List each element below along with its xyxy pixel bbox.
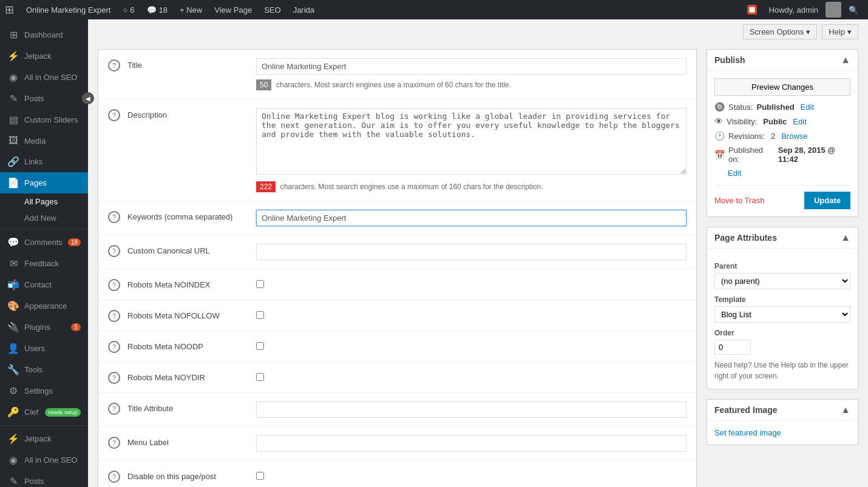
comments-icon: 💬 xyxy=(7,237,19,248)
order-input[interactable] xyxy=(714,340,751,355)
sidebar-item-contact[interactable]: 📬 Contact xyxy=(0,274,88,295)
aioseo-icon: ◉ xyxy=(7,72,19,83)
sidebar-item-clef[interactable]: 🔑 Clef needs setup xyxy=(0,401,88,423)
sidebar-collapse-button[interactable]: ◀ xyxy=(82,92,94,104)
title-input[interactable] xyxy=(256,58,687,75)
sidebar-submenu-all-pages[interactable]: All Pages xyxy=(0,193,88,210)
sidebar-item-tools[interactable]: 🔧 Tools xyxy=(0,359,88,380)
update-button[interactable]: Update xyxy=(804,192,850,209)
menu-separator-2 xyxy=(0,425,88,426)
publish-metabox-header[interactable]: Publish ▲ xyxy=(707,50,858,71)
users-icon: 👤 xyxy=(7,343,19,354)
sidebar-item-plugins[interactable]: 🔌 Plugins 5 xyxy=(0,317,88,338)
revisions-browse-link[interactable]: Browse xyxy=(781,132,807,141)
notification-icon[interactable] xyxy=(747,5,757,15)
description-help-icon[interactable]: ? xyxy=(108,109,120,121)
comment-count[interactable]: 💬 18 xyxy=(142,0,172,19)
sidebar-item-posts[interactable]: ✎ Posts xyxy=(0,88,88,109)
sidebar-item-links[interactable]: 🔗 Links xyxy=(0,151,88,172)
canonical-row: ? Custom Canonical URL xyxy=(98,235,696,269)
settings-icon: ⚙ xyxy=(7,385,19,397)
published-label: Published on: xyxy=(728,146,772,164)
nofollow-row: ? Robots Meta NOFOLLOW xyxy=(98,300,696,331)
disable-checkbox[interactable] xyxy=(256,472,264,480)
description-textarea[interactable]: Online Marketing Expert blog is working … xyxy=(256,108,687,175)
disable-help-icon[interactable]: ? xyxy=(108,471,120,483)
description-row: ? Description Online Marketing Expert bl… xyxy=(98,99,696,201)
status-edit-link[interactable]: Edit xyxy=(801,102,814,112)
canonical-input[interactable] xyxy=(256,244,687,260)
sidebar-item-media[interactable]: 🖼 Media xyxy=(0,130,88,151)
wp-logo-icon[interactable]: ⊞ xyxy=(5,3,14,16)
menu-label-input[interactable] xyxy=(256,435,687,452)
links-icon: 🔗 xyxy=(7,156,19,167)
title-char-hint: characters. Most search engines use a ma… xyxy=(276,81,511,89)
sidebar-item-comments[interactable]: 💬 Comments 18 xyxy=(0,232,88,253)
move-to-trash-link[interactable]: Move to Trash xyxy=(714,196,764,205)
sidebar-item-jetpack2[interactable]: ⚡ Jetpack xyxy=(0,428,88,449)
noydir-checkbox[interactable] xyxy=(256,373,264,381)
featured-image-header[interactable]: Featured Image ▲ xyxy=(707,400,858,421)
posts2-icon: ✎ xyxy=(7,475,19,487)
screen-options-button[interactable]: Screen Options ▾ xyxy=(743,24,818,39)
featured-image-body: Set featured image xyxy=(707,421,858,445)
nofollow-label: Robots Meta NOFOLLOW xyxy=(127,309,249,320)
view-page-link[interactable]: View Page xyxy=(209,0,257,19)
sidebar-item-dashboard[interactable]: ⊞ Dashboard xyxy=(0,24,88,45)
sidebar-item-users[interactable]: 👤 Users xyxy=(0,338,88,359)
menu-label-label: Menu Label xyxy=(127,435,249,447)
featured-image-toggle-icon: ▲ xyxy=(841,405,850,415)
keywords-help-icon[interactable]: ? xyxy=(108,211,120,223)
sidebar-item-appearance[interactable]: 🎨 Appearance xyxy=(0,295,88,317)
visibility-icon: 👁 xyxy=(714,116,723,126)
media-icon: 🖼 xyxy=(7,135,19,146)
description-char-hint: characters. Most search engines use a ma… xyxy=(280,183,543,191)
title-help-icon[interactable]: ? xyxy=(108,59,120,72)
jarida-link[interactable]: Jarida xyxy=(288,0,319,19)
noydir-help-icon[interactable]: ? xyxy=(108,372,120,384)
title-attr-input[interactable] xyxy=(256,401,687,418)
circle-count[interactable]: ○ 6 xyxy=(118,0,139,19)
noodp-checkbox[interactable] xyxy=(256,342,264,350)
noindex-help-icon[interactable]: ? xyxy=(108,279,120,291)
sidebar-item-posts2[interactable]: ✎ Posts xyxy=(0,471,88,487)
keywords-field xyxy=(256,210,687,226)
nofollow-help-icon[interactable]: ? xyxy=(108,310,120,322)
preview-changes-button[interactable]: Preview Changes xyxy=(714,78,850,96)
published-on-row: 📅 Published on: Sep 28, 2015 @ 11:42 xyxy=(714,146,850,164)
chevron-down-icon: ▾ xyxy=(806,27,810,36)
svg-rect-0 xyxy=(749,7,754,13)
sidebar-submenu-add-new[interactable]: Add New xyxy=(0,210,88,226)
sidebar-item-custom-sliders[interactable]: ▤ Custom Sliders xyxy=(0,109,88,130)
sidebar-item-aioseo[interactable]: ◉ All in One SEO xyxy=(0,67,88,88)
help-button[interactable]: Help ▾ xyxy=(822,24,858,39)
howdy-label[interactable]: Howdy, admin xyxy=(764,0,823,19)
set-featured-image-link[interactable]: Set featured image xyxy=(714,428,781,437)
menu-label-help-icon[interactable]: ? xyxy=(108,437,120,449)
search-icon[interactable]: 🔍 xyxy=(844,0,863,19)
nofollow-checkbox[interactable] xyxy=(256,311,264,319)
status-row: 🔘 Status: Published Edit xyxy=(714,102,850,112)
template-select[interactable]: Blog List Default Template Full Width xyxy=(714,306,850,323)
posts-icon: ✎ xyxy=(7,93,19,104)
noindex-checkbox[interactable] xyxy=(256,280,264,288)
sidebar-item-jetpack[interactable]: ⚡ Jetpack xyxy=(0,45,88,67)
page-attributes-header[interactable]: Page Attributes ▲ xyxy=(707,227,858,249)
sidebar-item-pages[interactable]: 📄 Pages xyxy=(0,172,88,193)
visibility-label: Visibility: xyxy=(727,117,757,126)
site-name[interactable]: Online Marketing Expert xyxy=(21,0,115,19)
parent-select[interactable]: (no parent) xyxy=(714,273,850,289)
sidebar-item-feedback[interactable]: ✉ Feedback xyxy=(0,253,88,274)
title-attr-help-icon[interactable]: ? xyxy=(108,403,120,415)
canonical-help-icon[interactable]: ? xyxy=(108,245,120,257)
new-button[interactable]: + New xyxy=(175,0,207,19)
jetpack2-icon: ⚡ xyxy=(7,433,19,445)
published-edit-link[interactable]: Edit xyxy=(728,169,741,178)
noodp-help-icon[interactable]: ? xyxy=(108,341,120,353)
sidebar-item-aioseo2[interactable]: ◉ All in One SEO xyxy=(0,449,88,471)
keywords-input[interactable] xyxy=(256,210,687,226)
visibility-edit-link[interactable]: Edit xyxy=(793,117,806,126)
sidebar-item-settings[interactable]: ⚙ Settings xyxy=(0,380,88,401)
pages-icon: 📄 xyxy=(7,177,19,189)
seo-link[interactable]: SEO xyxy=(259,0,285,19)
